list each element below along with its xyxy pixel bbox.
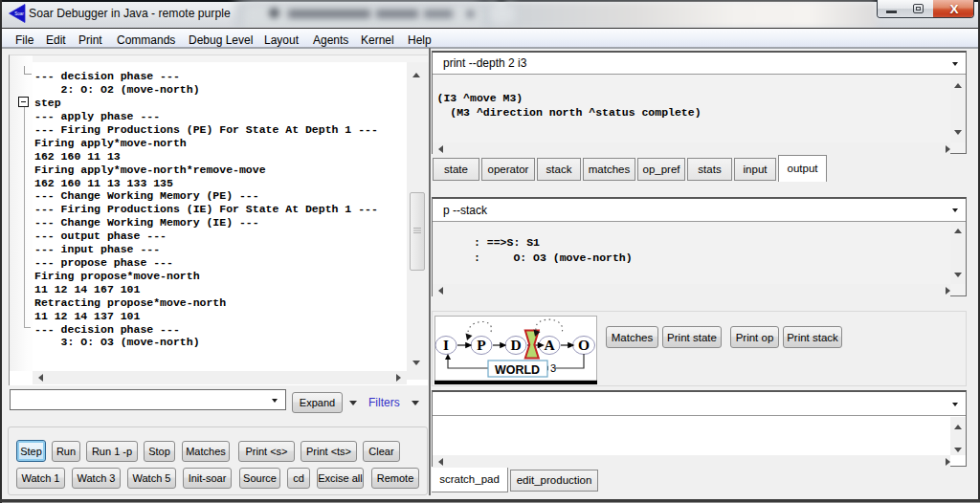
svg-text:D: D bbox=[510, 337, 521, 353]
svg-text:P: P bbox=[477, 337, 486, 353]
svg-text:A: A bbox=[544, 337, 555, 353]
svg-text:3: 3 bbox=[550, 362, 556, 374]
svg-text:I: I bbox=[443, 337, 449, 353]
svg-text:O: O bbox=[578, 337, 590, 353]
svg-text:Soar: Soar bbox=[14, 11, 24, 16]
svg-text:WORLD: WORLD bbox=[495, 362, 540, 377]
